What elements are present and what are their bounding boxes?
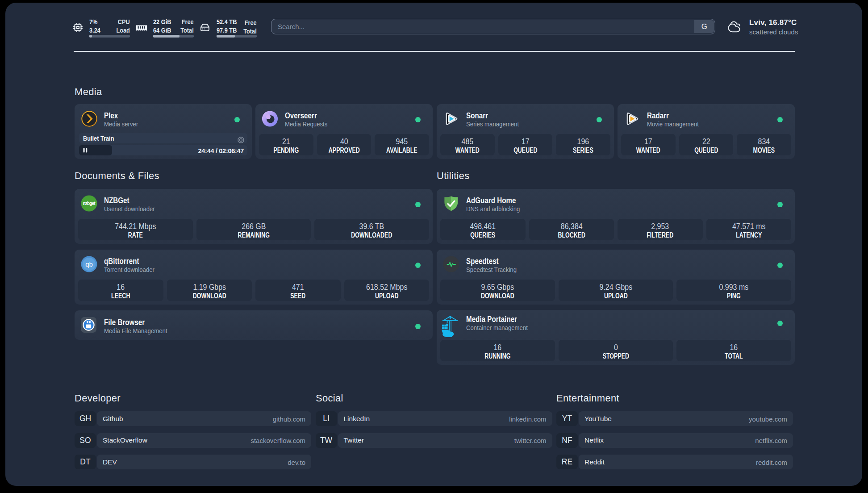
svg-text:qb: qb bbox=[85, 260, 93, 268]
svg-text:nzbget: nzbget bbox=[83, 201, 96, 206]
